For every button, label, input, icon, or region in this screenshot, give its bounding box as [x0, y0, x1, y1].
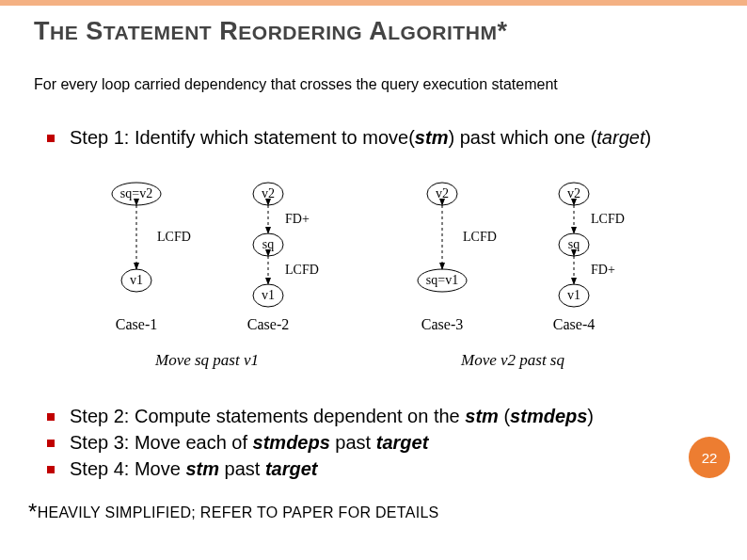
bullet-step-3: Step 3: Move each of stmdeps past target [47, 431, 715, 455]
page-number-badge: 22 [689, 437, 730, 478]
svg-text:sq=v2: sq=v2 [120, 186, 152, 200]
svg-text:v2: v2 [436, 186, 449, 200]
accent-bar [0, 0, 747, 6]
svg-text:v1: v1 [567, 288, 580, 302]
intro-text: For every loop carried dependency that c… [34, 75, 636, 94]
page-title: THE STATEMENT REORDERING ALGORITHM* [34, 17, 507, 46]
svg-text:Case-2: Case-2 [247, 316, 289, 332]
svg-text:Case-1: Case-1 [116, 316, 157, 332]
svg-text:sq=v1: sq=v1 [426, 273, 458, 287]
svg-text:LCFD: LCFD [463, 230, 497, 244]
svg-text:v2: v2 [262, 186, 275, 200]
bullet-step-2: Step 2: Compute statements dependent on … [47, 405, 715, 428]
svg-text:LCFD: LCFD [591, 212, 625, 226]
bullet-step-1: Step 1: Identify which statement to move… [47, 126, 715, 150]
svg-text:v1: v1 [130, 273, 143, 287]
svg-text:v1: v1 [262, 288, 275, 302]
diagram-svg: sq=v2v1LCFDCase-1v2sqv1FD+LCFDCase-2v2sq… [85, 179, 649, 386]
step-1-text: Step 1: Identify which statement to move… [70, 126, 651, 150]
bullet-step-4: Step 4: Move stm past target [47, 457, 715, 481]
bullet-icon [47, 135, 55, 142]
bullet-icon [47, 413, 55, 421]
svg-text:FD+: FD+ [285, 212, 310, 226]
svg-text:FD+: FD+ [591, 263, 615, 277]
svg-text:Move v2 past sq: Move v2 past sq [460, 351, 565, 369]
svg-text:sq: sq [568, 237, 580, 251]
step-3-text: Step 3: Move each of stmdeps past target [70, 431, 428, 455]
svg-text:v2: v2 [567, 186, 580, 200]
svg-text:LCFD: LCFD [285, 263, 319, 277]
step-4-text: Step 4: Move stm past target [70, 457, 317, 481]
svg-text:Case-4: Case-4 [553, 316, 595, 332]
svg-text:Move sq past v1: Move sq past v1 [154, 351, 259, 369]
footnote: *HEAVILY SIMPLIFIED; REFER TO PAPER FOR … [28, 499, 439, 525]
svg-text:sq: sq [262, 237, 274, 251]
svg-text:Case-3: Case-3 [421, 316, 463, 332]
step-2-text: Step 2: Compute statements dependent on … [70, 405, 594, 428]
cases-diagram: sq=v2v1LCFDCase-1v2sqv1FD+LCFDCase-2v2sq… [85, 179, 649, 386]
bullet-icon [47, 440, 55, 447]
svg-text:LCFD: LCFD [157, 230, 191, 244]
bullet-icon [47, 466, 55, 473]
